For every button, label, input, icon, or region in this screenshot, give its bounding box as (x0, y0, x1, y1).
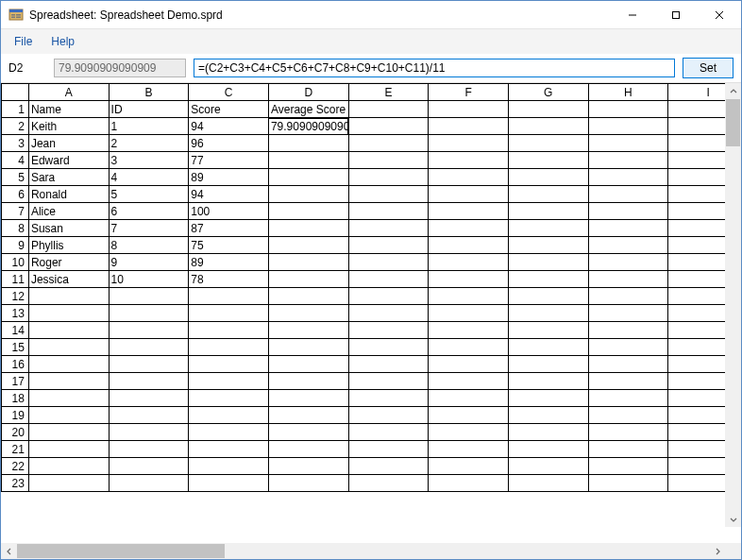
row-header-4[interactable]: 4 (2, 152, 29, 169)
cell-F4[interactable] (429, 152, 509, 169)
cell-E2[interactable] (348, 118, 429, 135)
cell-E23[interactable] (348, 475, 429, 492)
cell-A13[interactable] (28, 305, 109, 322)
cell-H8[interactable] (588, 220, 668, 237)
cell-G7[interactable] (508, 203, 588, 220)
cell-B23[interactable] (109, 475, 189, 492)
cell-E7[interactable] (348, 203, 429, 220)
cell-H21[interactable] (588, 441, 668, 458)
set-button[interactable]: Set (683, 58, 734, 78)
row-header-21[interactable]: 21 (2, 441, 29, 458)
cell-A7[interactable]: Alice (28, 203, 109, 220)
cell-E12[interactable] (348, 288, 429, 305)
cell-D10[interactable] (268, 254, 348, 271)
cell-B18[interactable] (109, 390, 189, 407)
cell-B2[interactable]: 1 (109, 118, 189, 135)
menu-file[interactable]: File (5, 29, 42, 54)
cell-B1[interactable]: ID (109, 101, 189, 118)
cell-E1[interactable] (348, 101, 429, 118)
cell-D8[interactable] (268, 220, 348, 237)
cell-A4[interactable]: Edward (28, 152, 109, 169)
cell-G9[interactable] (508, 237, 588, 254)
cell-E16[interactable] (348, 356, 429, 373)
row-header-1[interactable]: 1 (2, 101, 29, 118)
cell-H5[interactable] (588, 169, 668, 186)
cell-F13[interactable] (429, 305, 509, 322)
cell-A20[interactable] (28, 424, 109, 441)
spreadsheet-grid[interactable]: ABCDEFGHI 1NameIDScoreAverage Score2Keit… (1, 83, 741, 492)
cell-H2[interactable] (588, 118, 668, 135)
cell-D1[interactable]: Average Score (268, 101, 348, 118)
row-header-16[interactable]: 16 (2, 356, 29, 373)
cell-C4[interactable]: 77 (189, 152, 269, 169)
cell-G5[interactable] (508, 169, 588, 186)
cell-F18[interactable] (429, 390, 509, 407)
cell-A9[interactable]: Phyllis (28, 237, 109, 254)
row-header-18[interactable]: 18 (2, 390, 29, 407)
row-header-2[interactable]: 2 (2, 118, 29, 135)
cell-H16[interactable] (588, 356, 668, 373)
cell-H14[interactable] (588, 322, 668, 339)
cell-B3[interactable]: 2 (109, 135, 189, 152)
vertical-scroll-thumb[interactable] (726, 99, 740, 146)
horizontal-scroll-track[interactable] (17, 543, 709, 559)
cell-A16[interactable] (28, 356, 109, 373)
row-header-20[interactable]: 20 (2, 424, 29, 441)
cell-C12[interactable] (189, 288, 269, 305)
cell-B6[interactable]: 5 (109, 186, 189, 203)
cell-H20[interactable] (588, 424, 668, 441)
cell-D15[interactable] (268, 339, 348, 356)
row-header-12[interactable]: 12 (2, 288, 29, 305)
cell-A5[interactable]: Sara (28, 169, 109, 186)
cell-C18[interactable] (189, 390, 269, 407)
cell-F10[interactable] (429, 254, 509, 271)
cell-F5[interactable] (429, 169, 509, 186)
cell-C8[interactable]: 87 (189, 220, 269, 237)
horizontal-scroll-thumb[interactable] (17, 544, 225, 558)
cell-E6[interactable] (348, 186, 429, 203)
cell-B19[interactable] (109, 407, 189, 424)
cell-H13[interactable] (588, 305, 668, 322)
cell-A22[interactable] (28, 458, 109, 475)
cell-E21[interactable] (348, 441, 429, 458)
row-header-8[interactable]: 8 (2, 220, 29, 237)
cell-E18[interactable] (348, 390, 429, 407)
row-header-6[interactable]: 6 (2, 186, 29, 203)
cell-H10[interactable] (588, 254, 668, 271)
cell-H15[interactable] (588, 339, 668, 356)
cell-G17[interactable] (508, 373, 588, 390)
cell-A14[interactable] (28, 322, 109, 339)
cell-C20[interactable] (189, 424, 269, 441)
cell-D19[interactable] (268, 407, 348, 424)
cell-F2[interactable] (429, 118, 509, 135)
cell-C22[interactable] (189, 458, 269, 475)
cell-A3[interactable]: Jean (28, 135, 109, 152)
cell-F23[interactable] (429, 475, 509, 492)
cell-B4[interactable]: 3 (109, 152, 189, 169)
cell-H18[interactable] (588, 390, 668, 407)
cell-C2[interactable]: 94 (189, 118, 269, 135)
cell-G6[interactable] (508, 186, 588, 203)
scroll-down-icon[interactable] (725, 511, 741, 527)
row-header-13[interactable]: 13 (2, 305, 29, 322)
cell-F20[interactable] (429, 424, 509, 441)
cell-E22[interactable] (348, 458, 429, 475)
cell-D5[interactable] (268, 169, 348, 186)
cell-D11[interactable] (268, 271, 348, 288)
cell-B14[interactable] (109, 322, 189, 339)
cell-E11[interactable] (348, 271, 429, 288)
row-header-7[interactable]: 7 (2, 203, 29, 220)
cell-F19[interactable] (429, 407, 509, 424)
row-header-9[interactable]: 9 (2, 237, 29, 254)
cell-G3[interactable] (508, 135, 588, 152)
row-header-11[interactable]: 11 (2, 271, 29, 288)
scroll-up-icon[interactable] (725, 83, 741, 99)
cell-D17[interactable] (268, 373, 348, 390)
cell-B8[interactable]: 7 (109, 220, 189, 237)
cell-A2[interactable]: Keith (28, 118, 109, 135)
column-header-B[interactable]: B (109, 84, 189, 101)
cell-E20[interactable] (348, 424, 429, 441)
cell-G20[interactable] (508, 424, 588, 441)
cell-C17[interactable] (189, 373, 269, 390)
cell-H11[interactable] (588, 271, 668, 288)
